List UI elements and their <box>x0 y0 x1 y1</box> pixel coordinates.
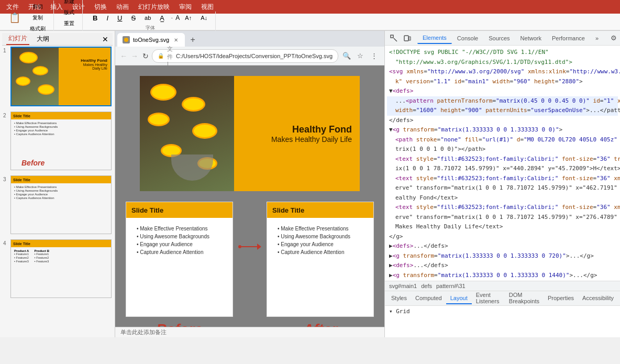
before-after-row: Slide Title • Make Effective Presentatio… <box>126 202 374 327</box>
slide-number-3: 3 <box>3 175 10 182</box>
slide2-b2: • Using Awesome Backgrounds <box>137 234 222 239</box>
refresh-button[interactable]: ↻ <box>141 50 150 62</box>
browser-more-button[interactable]: ⋮ <box>368 50 380 62</box>
browser-tab-bar: toOneSvg.svg ✕ + <box>115 31 384 47</box>
slide2-bullet2: • Using Awesome Backgrounds <box>14 125 108 128</box>
browser-tab-active[interactable]: toOneSvg.svg ✕ <box>117 33 185 47</box>
search-browser-button[interactable]: 🔍 <box>340 50 353 62</box>
devtools-tab-network[interactable]: Network <box>515 33 547 43</box>
inspect-element-button[interactable] <box>388 32 400 44</box>
status-bar: 单击此处添加备注 <box>115 327 384 337</box>
dt-line-1: <!DOCTYPE svg PUBLIC "-//W3C//DTD SVG 1.… <box>387 48 618 58</box>
font-color-button[interactable]: A̲ <box>156 13 168 24</box>
slide2-bullet3: • Engage your Audience <box>14 129 108 132</box>
slide3-b3: • Engage your Audience <box>278 241 363 247</box>
style-tab-properties[interactable]: Properties <box>544 293 578 304</box>
panel-tab-outline[interactable]: 大纲 <box>35 34 51 45</box>
slide1-title: Healthy Fond <box>81 58 107 63</box>
bookmark-button[interactable]: ☆ <box>354 50 367 62</box>
slide-item-2[interactable]: 2 Slide Title • Make Effective Presentat… <box>2 111 113 171</box>
tab-close-icon[interactable]: ✕ <box>172 36 180 43</box>
dt-line-3: <svg xmlns="http://www.w3.org/2000/svg" … <box>387 67 618 77</box>
back-button[interactable]: ← <box>119 50 128 62</box>
style-tab-computed[interactable]: Computed <box>411 293 446 304</box>
slide2-thumb-title: Slide Title <box>13 114 30 118</box>
toolbar-area: 📋 剪切 复制 格式刷 剪贴板 新建 版式 重置 节 幻灯片 <box>0 14 620 31</box>
svg-line-2 <box>394 38 397 41</box>
slides-canvas: Healthy Fond Makes Healthy Daily Life Sl… <box>115 65 384 327</box>
menu-view[interactable]: 视图 <box>197 2 218 13</box>
new-tab-button[interactable]: + <box>186 33 200 47</box>
dt-line-8: </defs> <box>387 116 618 126</box>
slide3-b1: • Make Effective Presentations <box>278 226 363 231</box>
slide3-b4: • Capture Audience Attention <box>278 249 363 255</box>
slide-number-2: 2 <box>3 112 10 118</box>
devtools-tab-sources[interactable]: Sources <box>483 33 515 43</box>
before-column: Slide Title • Make Effective Presentatio… <box>126 202 233 327</box>
dt-line-18: erve" transform="matrix(1 0 0 1 78.71072… <box>387 213 618 223</box>
panel-close-icon[interactable]: ✕ <box>102 35 108 43</box>
devtools-tab-more[interactable]: » <box>590 33 604 43</box>
center-area: toOneSvg.svg ✕ + ← → ↻ 🔒 文件 | C:/Users/H… <box>115 31 384 337</box>
devtools-tab-console[interactable]: Console <box>452 33 483 43</box>
style-tab-event-listeners[interactable]: Event Listeners <box>472 290 505 307</box>
strikethrough-button[interactable]: S <box>127 13 139 24</box>
slide2-b4: • Capture Audience Attention <box>137 249 222 255</box>
shadow-button[interactable]: ab <box>141 13 154 23</box>
address-bar[interactable]: 🔒 文件 | C:/Users/HOST/IdeaProjects/Conver… <box>152 49 338 63</box>
devtools-settings-button[interactable]: ⚙ <box>608 32 619 44</box>
dt-line-5: ▼<defs> <box>387 86 618 96</box>
slide-item-1[interactable]: 1 Healthy Fond Makes Healthy Daily Life <box>2 46 113 107</box>
menu-transition[interactable]: 切换 <box>90 2 111 13</box>
style-tab-content: ▾ Grid <box>385 306 620 337</box>
devtools-left-icons <box>388 32 413 44</box>
font-size-up-button[interactable]: A↑ <box>181 13 195 23</box>
panel-tab-slides[interactable]: 幻灯片 <box>6 33 29 45</box>
style-tab-accessibility[interactable]: Accessibility <box>578 293 618 304</box>
slide-item-3[interactable]: 3 Slide Title • Make Effective Presentat… <box>2 174 113 235</box>
device-toggle-button[interactable] <box>402 32 413 44</box>
browser-actions: 🔍 ☆ ⋮ <box>340 50 380 62</box>
panel-header: 幻灯片 大纲 ✕ <box>2 33 113 46</box>
forward-button[interactable]: → <box>130 50 139 62</box>
style-tab-layout[interactable]: Layout <box>446 293 472 304</box>
font-size-down-button[interactable]: A↓ <box>197 13 211 23</box>
menu-animation[interactable]: 动画 <box>112 2 133 13</box>
slide2-b1: • Make Effective Presentations <box>137 226 222 231</box>
bold-button[interactable]: B <box>89 13 101 24</box>
dt-line-19: Makes Healthy Daily Life</text> <box>387 222 618 232</box>
grid-label[interactable]: ▾ Grid <box>389 308 410 315</box>
reset-button[interactable]: 重置 <box>60 18 78 29</box>
slide-thumb-1: Healthy Fond Makes Healthy Daily Life <box>10 47 112 106</box>
devtools-code-content[interactable]: <!DOCTYPE svg PUBLIC "-//W3C//DTD SVG 1.… <box>385 46 620 281</box>
breadcrumb-svg[interactable]: svg#main1 <box>389 283 417 289</box>
breadcrumb-defs[interactable]: defs <box>421 283 432 289</box>
before-label: Before <box>156 321 203 327</box>
menu-slideshow[interactable]: 幻灯片放映 <box>134 2 174 13</box>
arrow-line-icon <box>241 246 257 247</box>
cut-button[interactable]: 剪切 <box>26 2 49 12</box>
style-tab-styles[interactable]: Styles <box>387 293 411 304</box>
center-slide1-title: Healthy Fond <box>242 124 352 135</box>
dt-line-15: erve" transform="matrix(1 0 0 1 78.71072… <box>387 183 618 193</box>
style-tab-dom-breakpoints[interactable]: DOM Breakpoints <box>505 290 544 307</box>
new-slide-button[interactable]: 新建 <box>60 0 78 7</box>
dt-line-20: </g> <box>387 232 618 242</box>
slide-item-4[interactable]: 4 Slide Title Product A • Feature1 • Fea… <box>2 238 113 299</box>
svg-rect-1 <box>391 35 393 38</box>
slide-thumb-4: Slide Title Product A • Feature1 • Featu… <box>10 239 112 298</box>
font-label: 字体 <box>146 25 155 31</box>
layout-button[interactable]: 版式 <box>60 7 78 18</box>
breadcrumb-pattern[interactable]: pattern#\31 <box>436 283 466 289</box>
copy-button[interactable]: 复制 <box>26 13 49 23</box>
browser-tab-title: toOneSvg.svg <box>133 37 169 43</box>
devtools-tab-performance[interactable]: Performance <box>547 33 590 43</box>
underline-button[interactable]: U <box>114 13 126 24</box>
dt-line-13: ix(1 0 0 1 78.71072 145.9799)" x="440.28… <box>387 164 618 174</box>
paste-button[interactable]: 📋 <box>6 12 23 24</box>
main-area: 幻灯片 大纲 ✕ 1 Healthy Fond Makes Healthy <box>0 31 620 337</box>
italic-button[interactable]: I <box>103 13 112 24</box>
menu-review[interactable]: 审阅 <box>175 2 196 13</box>
devtools-right-buttons: ⚙ ⋮ ✕ <box>608 32 620 44</box>
devtools-tab-elements[interactable]: Elements <box>417 32 452 44</box>
